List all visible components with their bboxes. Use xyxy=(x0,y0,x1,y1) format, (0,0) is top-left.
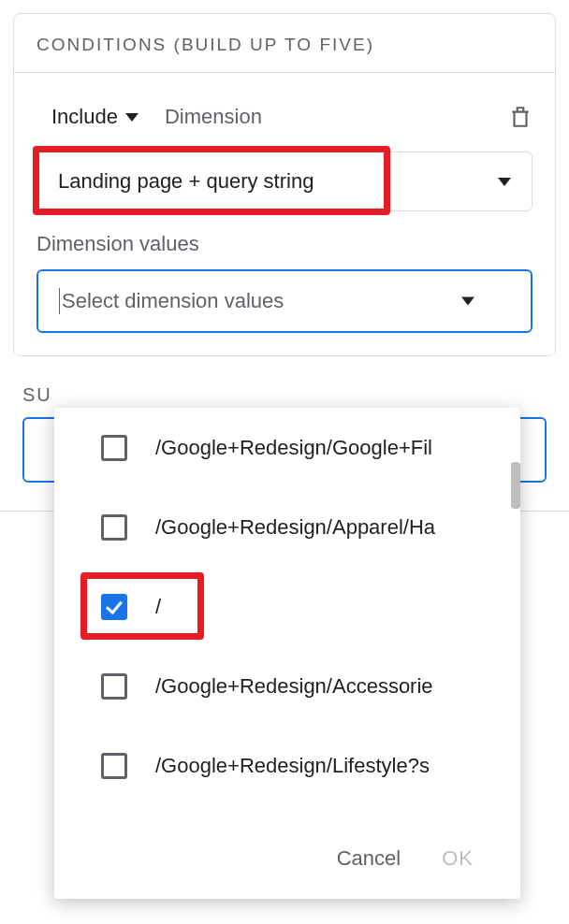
dimension-values-popup: /Google+Redesign/Google+Fil /Google+Rede… xyxy=(54,408,520,899)
checkbox[interactable] xyxy=(101,753,127,779)
option-row[interactable]: / xyxy=(54,567,520,646)
include-label: Include xyxy=(51,105,118,129)
popup-footer: Cancel OK xyxy=(54,818,520,899)
condition-row-header: Include Dimension xyxy=(36,105,533,129)
header-text: CONDITIONS (BUILD UP TO FIVE) xyxy=(36,35,374,54)
card-header: CONDITIONS (BUILD UP TO FIVE) xyxy=(14,14,555,73)
conditions-card: CONDITIONS (BUILD UP TO FIVE) Include Di… xyxy=(13,13,556,356)
dimension-values-label: Dimension values xyxy=(36,232,533,256)
option-row[interactable]: /Google+Redesign/Accessorie xyxy=(54,646,520,726)
popup-list[interactable]: /Google+Redesign/Google+Fil /Google+Rede… xyxy=(54,408,520,818)
dimension-selected-text: Landing page + query string xyxy=(58,169,314,194)
dimension-values-select[interactable]: Select dimension values xyxy=(36,269,533,333)
trash-icon[interactable] xyxy=(508,105,533,129)
chevron-down-icon xyxy=(498,178,511,186)
ok-button[interactable]: OK xyxy=(442,846,474,871)
option-label: /Google+Redesign/Apparel/Ha xyxy=(155,515,435,540)
option-label: /Google+Redesign/Lifestyle?s xyxy=(155,754,430,778)
include-dropdown[interactable]: Include xyxy=(51,105,139,129)
chevron-down-icon xyxy=(125,113,139,122)
option-row[interactable]: /Google+Redesign/Apparel/Ha xyxy=(54,487,520,567)
checkbox[interactable] xyxy=(101,435,127,461)
dimension-select[interactable]: Landing page + query string xyxy=(36,152,533,211)
text-cursor xyxy=(59,288,60,314)
dimension-select-wrap: Landing page + query string xyxy=(36,152,533,211)
dimension-values-placeholder: Select dimension values xyxy=(62,289,284,313)
checkbox[interactable] xyxy=(101,514,127,541)
scrollbar-thumb[interactable] xyxy=(511,462,520,509)
option-label: /Google+Redesign/Accessorie xyxy=(155,674,433,699)
dimension-label: Dimension xyxy=(165,105,262,129)
annotation-highlight-checked xyxy=(80,572,204,640)
chevron-down-icon xyxy=(461,297,474,306)
cancel-button[interactable]: Cancel xyxy=(337,846,401,871)
checkmark-icon xyxy=(106,597,123,614)
checkbox[interactable] xyxy=(101,673,127,700)
option-row[interactable]: /Google+Redesign/Google+Fil xyxy=(54,408,520,487)
card-body: Include Dimension Landing page + query s… xyxy=(14,73,555,355)
option-label: / xyxy=(155,595,161,619)
option-row[interactable]: /Google+Redesign/Lifestyle?s xyxy=(54,726,520,805)
checkbox-checked[interactable] xyxy=(101,594,127,620)
option-label: /Google+Redesign/Google+Fil xyxy=(155,436,432,460)
summary-label: SU xyxy=(22,384,569,406)
